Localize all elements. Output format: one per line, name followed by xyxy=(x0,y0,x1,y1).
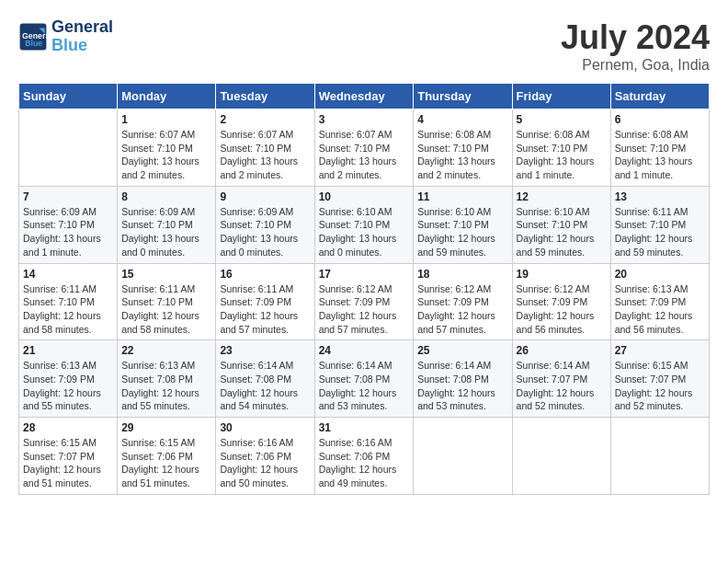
day-info: Sunrise: 6:08 AM Sunset: 7:10 PM Dayligh… xyxy=(517,128,607,182)
day-info: Sunrise: 6:15 AM Sunset: 7:06 PM Dayligh… xyxy=(121,436,211,490)
day-info: Sunrise: 6:16 AM Sunset: 7:06 PM Dayligh… xyxy=(319,436,410,490)
day-info: Sunrise: 6:07 AM Sunset: 7:10 PM Dayligh… xyxy=(319,128,410,182)
day-info: Sunrise: 6:09 AM Sunset: 7:10 PM Dayligh… xyxy=(121,205,211,259)
calendar-cell: 17Sunrise: 6:12 AM Sunset: 7:09 PM Dayli… xyxy=(314,263,414,340)
calendar-week-2: 7Sunrise: 6:09 AM Sunset: 7:10 PM Daylig… xyxy=(19,186,710,263)
calendar-cell xyxy=(512,418,610,495)
day-info: Sunrise: 6:10 AM Sunset: 7:10 PM Dayligh… xyxy=(517,205,607,259)
calendar-cell: 27Sunrise: 6:15 AM Sunset: 7:07 PM Dayli… xyxy=(610,340,709,418)
logo-line2: Blue xyxy=(51,37,113,55)
calendar-week-1: 1Sunrise: 6:07 AM Sunset: 7:10 PM Daylig… xyxy=(19,109,710,187)
logo-icon: General Blue xyxy=(18,22,48,52)
calendar-cell: 23Sunrise: 6:14 AM Sunset: 7:08 PM Dayli… xyxy=(216,340,314,418)
calendar-cell: 6Sunrise: 6:08 AM Sunset: 7:10 PM Daylig… xyxy=(610,109,709,187)
day-number: 13 xyxy=(615,190,705,203)
logo-line1: General xyxy=(51,18,113,37)
day-number: 18 xyxy=(417,268,507,281)
calendar-cell: 31Sunrise: 6:16 AM Sunset: 7:06 PM Dayli… xyxy=(314,418,414,495)
day-number: 26 xyxy=(517,344,607,357)
logo-text: General Blue xyxy=(51,18,113,55)
calendar-cell: 21Sunrise: 6:13 AM Sunset: 7:09 PM Dayli… xyxy=(19,340,118,418)
day-info: Sunrise: 6:14 AM Sunset: 7:08 PM Dayligh… xyxy=(417,359,507,413)
day-info: Sunrise: 6:09 AM Sunset: 7:10 PM Dayligh… xyxy=(220,205,310,259)
day-number: 21 xyxy=(23,344,113,357)
weekday-header-friday: Friday xyxy=(512,84,610,109)
calendar-cell: 26Sunrise: 6:14 AM Sunset: 7:07 PM Dayli… xyxy=(512,340,610,418)
calendar-cell: 10Sunrise: 6:10 AM Sunset: 7:10 PM Dayli… xyxy=(314,186,414,263)
day-number: 14 xyxy=(23,268,113,281)
day-info: Sunrise: 6:13 AM Sunset: 7:08 PM Dayligh… xyxy=(121,359,211,413)
page-header: General Blue General Blue July 2024 Pern… xyxy=(18,18,710,74)
calendar-cell: 11Sunrise: 6:10 AM Sunset: 7:10 PM Dayli… xyxy=(414,186,512,263)
calendar-week-3: 14Sunrise: 6:11 AM Sunset: 7:10 PM Dayli… xyxy=(19,263,710,340)
day-info: Sunrise: 6:16 AM Sunset: 7:06 PM Dayligh… xyxy=(220,436,310,490)
day-number: 16 xyxy=(220,268,310,281)
day-number: 12 xyxy=(517,190,607,203)
day-number: 4 xyxy=(417,113,507,126)
calendar-cell: 13Sunrise: 6:11 AM Sunset: 7:10 PM Dayli… xyxy=(610,186,709,263)
day-info: Sunrise: 6:08 AM Sunset: 7:10 PM Dayligh… xyxy=(615,128,705,182)
day-info: Sunrise: 6:11 AM Sunset: 7:10 PM Dayligh… xyxy=(615,205,705,259)
calendar-week-4: 21Sunrise: 6:13 AM Sunset: 7:09 PM Dayli… xyxy=(19,340,710,418)
calendar-cell: 1Sunrise: 6:07 AM Sunset: 7:10 PM Daylig… xyxy=(118,109,216,187)
svg-text:Blue: Blue xyxy=(25,39,42,48)
calendar-cell: 12Sunrise: 6:10 AM Sunset: 7:10 PM Dayli… xyxy=(512,186,610,263)
day-info: Sunrise: 6:09 AM Sunset: 7:10 PM Dayligh… xyxy=(23,205,113,259)
calendar-cell: 18Sunrise: 6:12 AM Sunset: 7:09 PM Dayli… xyxy=(414,263,512,340)
day-number: 8 xyxy=(121,190,211,203)
day-number: 11 xyxy=(417,190,507,203)
logo: General Blue General Blue xyxy=(18,18,113,55)
calendar-cell xyxy=(19,109,118,187)
day-info: Sunrise: 6:13 AM Sunset: 7:09 PM Dayligh… xyxy=(615,282,705,337)
calendar-header-row: SundayMondayTuesdayWednesdayThursdayFrid… xyxy=(19,84,710,109)
title-block: July 2024 Pernem, Goa, India xyxy=(561,18,710,74)
calendar-cell: 20Sunrise: 6:13 AM Sunset: 7:09 PM Dayli… xyxy=(610,263,709,340)
calendar-cell: 2Sunrise: 6:07 AM Sunset: 7:10 PM Daylig… xyxy=(216,109,314,187)
day-number: 15 xyxy=(121,268,211,281)
day-number: 10 xyxy=(319,190,410,203)
day-info: Sunrise: 6:14 AM Sunset: 7:08 PM Dayligh… xyxy=(220,359,310,413)
calendar-cell xyxy=(414,418,512,495)
day-info: Sunrise: 6:08 AM Sunset: 7:10 PM Dayligh… xyxy=(417,128,507,182)
location: Pernem, Goa, India xyxy=(561,57,710,74)
day-number: 23 xyxy=(220,344,310,357)
day-info: Sunrise: 6:15 AM Sunset: 7:07 PM Dayligh… xyxy=(615,359,705,413)
calendar-cell: 25Sunrise: 6:14 AM Sunset: 7:08 PM Dayli… xyxy=(414,340,512,418)
calendar-cell: 8Sunrise: 6:09 AM Sunset: 7:10 PM Daylig… xyxy=(118,186,216,263)
day-number: 3 xyxy=(319,113,410,126)
calendar-cell: 29Sunrise: 6:15 AM Sunset: 7:06 PM Dayli… xyxy=(118,418,216,495)
day-info: Sunrise: 6:11 AM Sunset: 7:09 PM Dayligh… xyxy=(220,282,310,337)
calendar-cell: 24Sunrise: 6:14 AM Sunset: 7:08 PM Dayli… xyxy=(314,340,414,418)
day-number: 31 xyxy=(319,421,410,434)
calendar-cell: 15Sunrise: 6:11 AM Sunset: 7:10 PM Dayli… xyxy=(118,263,216,340)
day-number: 1 xyxy=(121,113,211,126)
day-info: Sunrise: 6:11 AM Sunset: 7:10 PM Dayligh… xyxy=(23,282,113,337)
day-info: Sunrise: 6:14 AM Sunset: 7:07 PM Dayligh… xyxy=(517,359,607,413)
day-info: Sunrise: 6:15 AM Sunset: 7:07 PM Dayligh… xyxy=(23,436,113,490)
day-info: Sunrise: 6:07 AM Sunset: 7:10 PM Dayligh… xyxy=(121,128,211,182)
calendar-cell: 9Sunrise: 6:09 AM Sunset: 7:10 PM Daylig… xyxy=(216,186,314,263)
calendar-cell: 28Sunrise: 6:15 AM Sunset: 7:07 PM Dayli… xyxy=(19,418,118,495)
day-number: 29 xyxy=(121,421,211,434)
calendar-cell: 30Sunrise: 6:16 AM Sunset: 7:06 PM Dayli… xyxy=(216,418,314,495)
weekday-header-thursday: Thursday xyxy=(414,84,512,109)
day-number: 6 xyxy=(615,113,705,126)
calendar-cell: 5Sunrise: 6:08 AM Sunset: 7:10 PM Daylig… xyxy=(512,109,610,187)
day-info: Sunrise: 6:14 AM Sunset: 7:08 PM Dayligh… xyxy=(319,359,410,413)
weekday-header-saturday: Saturday xyxy=(610,84,709,109)
day-info: Sunrise: 6:07 AM Sunset: 7:10 PM Dayligh… xyxy=(220,128,310,182)
day-number: 19 xyxy=(517,268,607,281)
calendar-cell: 7Sunrise: 6:09 AM Sunset: 7:10 PM Daylig… xyxy=(19,186,118,263)
day-number: 2 xyxy=(220,113,310,126)
day-info: Sunrise: 6:10 AM Sunset: 7:10 PM Dayligh… xyxy=(319,205,410,259)
day-number: 30 xyxy=(220,421,310,434)
day-number: 5 xyxy=(517,113,607,126)
day-info: Sunrise: 6:12 AM Sunset: 7:09 PM Dayligh… xyxy=(417,282,507,337)
calendar-cell: 22Sunrise: 6:13 AM Sunset: 7:08 PM Dayli… xyxy=(118,340,216,418)
calendar-cell: 16Sunrise: 6:11 AM Sunset: 7:09 PM Dayli… xyxy=(216,263,314,340)
day-number: 24 xyxy=(319,344,410,357)
calendar-table: SundayMondayTuesdayWednesdayThursdayFrid… xyxy=(18,83,710,495)
day-number: 9 xyxy=(220,190,310,203)
day-number: 22 xyxy=(121,344,211,357)
month-year: July 2024 xyxy=(561,18,710,57)
